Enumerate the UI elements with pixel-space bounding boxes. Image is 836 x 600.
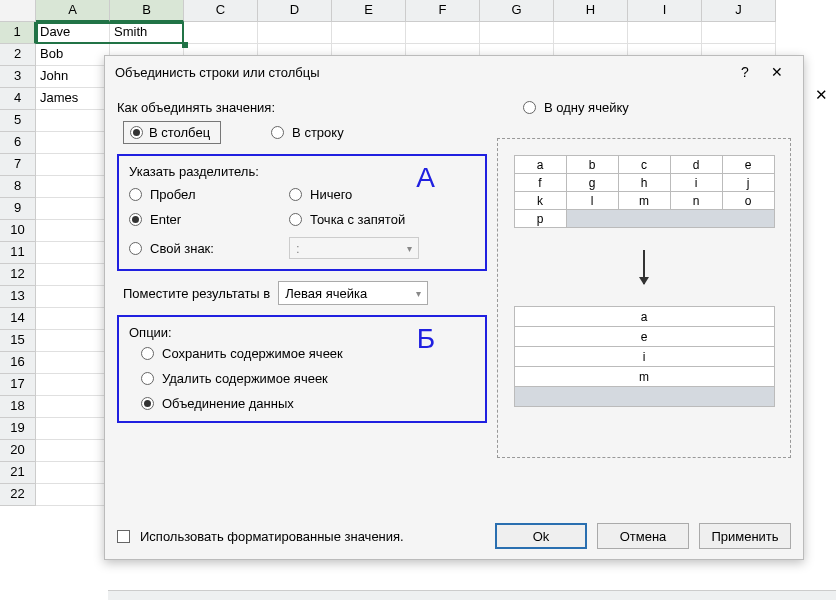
row-header[interactable]: 2 [0, 44, 36, 66]
annotation-A: А [416, 162, 435, 194]
cell[interactable] [36, 110, 110, 132]
cell[interactable] [36, 418, 110, 440]
cancel-button[interactable]: Отмена [597, 523, 689, 549]
col-header-B[interactable]: B [110, 0, 184, 22]
row-header[interactable]: 8 [0, 176, 36, 198]
select-all-corner[interactable] [0, 0, 36, 22]
preview-source-table: abcdefghijklmnop [514, 155, 775, 228]
chevron-down-icon: ▾ [416, 288, 421, 299]
chevron-down-icon: ▾ [407, 243, 412, 254]
cell[interactable] [36, 352, 110, 374]
arrow-down-icon [643, 250, 645, 284]
annotation-B: Б [417, 323, 435, 355]
cell[interactable] [36, 176, 110, 198]
row-header[interactable]: 5 [0, 110, 36, 132]
row-header[interactable]: 3 [0, 66, 36, 88]
custom-separator-input[interactable]: :▾ [289, 237, 419, 259]
cell[interactable] [36, 132, 110, 154]
row-header[interactable]: 13 [0, 286, 36, 308]
cell[interactable] [36, 330, 110, 352]
col-header-D[interactable]: D [258, 0, 332, 22]
row-header[interactable]: 12 [0, 264, 36, 286]
cell[interactable] [36, 396, 110, 418]
place-label: Поместите результаты в [123, 286, 270, 301]
cell[interactable] [36, 440, 110, 462]
radio-custom[interactable]: Свой знак: [129, 241, 289, 256]
pane-close-icon[interactable]: ✕ [815, 86, 828, 104]
radio-into-cell[interactable]: В одну ячейку [523, 100, 629, 115]
radio-space[interactable]: Пробел [129, 187, 289, 202]
row-header[interactable]: 1 [0, 22, 36, 44]
col-header-I[interactable]: I [628, 0, 702, 22]
close-button[interactable]: ✕ [761, 58, 793, 86]
ok-button[interactable]: Ok [495, 523, 587, 549]
cell[interactable] [36, 286, 110, 308]
radio-semicolon[interactable]: Точка с запятой [289, 212, 469, 227]
radio-into-column[interactable]: В столбец [123, 121, 221, 144]
cell[interactable] [36, 242, 110, 264]
radio-enter[interactable]: Enter [129, 212, 289, 227]
col-header-C[interactable]: C [184, 0, 258, 22]
row-header[interactable]: 7 [0, 154, 36, 176]
col-header-J[interactable]: J [702, 0, 776, 22]
cell[interactable]: James [36, 88, 110, 110]
row-header[interactable]: 14 [0, 308, 36, 330]
cell[interactable] [36, 462, 110, 484]
place-select[interactable]: Левая ячейка ▾ [278, 281, 428, 305]
cell[interactable] [332, 22, 406, 44]
col-header-F[interactable]: F [406, 0, 480, 22]
cell[interactable] [36, 154, 110, 176]
formatted-values-label: Использовать форматированные значения. [140, 529, 404, 544]
cell[interactable] [554, 22, 628, 44]
cell[interactable] [628, 22, 702, 44]
cell[interactable] [36, 220, 110, 242]
preview-result-table: aeim [514, 306, 775, 407]
cell[interactable] [480, 22, 554, 44]
radio-into-cell-label: В одну ячейку [544, 100, 629, 115]
cell[interactable] [36, 374, 110, 396]
row-header[interactable]: 6 [0, 132, 36, 154]
cell[interactable] [406, 22, 480, 44]
radio-into-column-label: В столбец [149, 125, 210, 140]
radio-into-row-label: В строку [292, 125, 344, 140]
row-header[interactable]: 4 [0, 88, 36, 110]
fill-handle[interactable] [182, 42, 188, 48]
row-header[interactable]: 22 [0, 484, 36, 506]
row-header[interactable]: 10 [0, 220, 36, 242]
help-button[interactable]: ? [729, 58, 761, 86]
row-header[interactable]: 9 [0, 198, 36, 220]
row-header[interactable]: 11 [0, 242, 36, 264]
row-header[interactable]: 21 [0, 462, 36, 484]
row-header[interactable]: 15 [0, 330, 36, 352]
cell[interactable] [36, 484, 110, 506]
cell[interactable] [184, 22, 258, 44]
cell[interactable]: Smith [110, 22, 184, 44]
cell[interactable]: John [36, 66, 110, 88]
radio-into-row[interactable]: В строку [271, 125, 344, 140]
col-header-A[interactable]: A [36, 0, 110, 22]
options-frame: Б Опции: Сохранить содержимое ячеек Удал… [117, 315, 487, 423]
row-header[interactable]: 16 [0, 352, 36, 374]
col-header-E[interactable]: E [332, 0, 406, 22]
horizontal-scrollbar[interactable] [108, 590, 836, 600]
cell[interactable] [36, 264, 110, 286]
cell[interactable] [36, 308, 110, 330]
radio-nothing[interactable]: Ничего [289, 187, 469, 202]
merge-dialog: Объединисть строки или столбцы ? ✕ Как о… [104, 55, 804, 560]
col-header-H[interactable]: H [554, 0, 628, 22]
row-header[interactable]: 20 [0, 440, 36, 462]
cell[interactable] [258, 22, 332, 44]
apply-button[interactable]: Применить [699, 523, 791, 549]
row-header[interactable]: 17 [0, 374, 36, 396]
cell[interactable]: Bob [36, 44, 110, 66]
cell[interactable] [36, 198, 110, 220]
radio-merge-data[interactable]: Объединение данных [141, 396, 475, 411]
formatted-values-checkbox[interactable] [117, 530, 130, 543]
row-header[interactable]: 18 [0, 396, 36, 418]
cell[interactable]: Dave [36, 22, 110, 44]
how-label: Как объединять значения: [117, 100, 487, 115]
row-header[interactable]: 19 [0, 418, 36, 440]
radio-delete-content[interactable]: Удалить содержимое ячеек [141, 371, 475, 386]
cell[interactable] [702, 22, 776, 44]
col-header-G[interactable]: G [480, 0, 554, 22]
